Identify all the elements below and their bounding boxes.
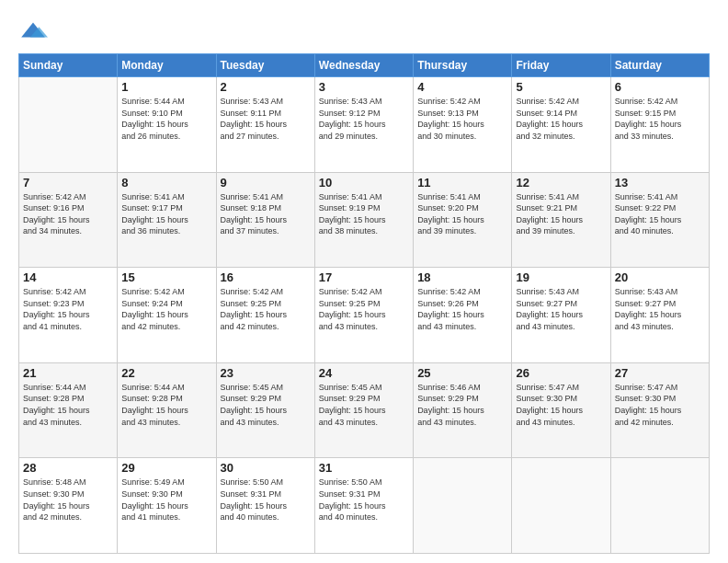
day-number: 8 — [121, 176, 211, 190]
calendar-day-cell: 26Sunrise: 5:47 AM Sunset: 9:30 PM Dayli… — [512, 362, 610, 458]
calendar-day-cell: 4Sunrise: 5:42 AM Sunset: 9:13 PM Daylig… — [414, 77, 512, 173]
calendar-day-cell: 14Sunrise: 5:42 AM Sunset: 9:23 PM Dayli… — [19, 268, 118, 363]
day-info: Sunrise: 5:42 AM Sunset: 9:16 PM Dayligh… — [23, 191, 113, 237]
calendar-body: 1Sunrise: 5:44 AM Sunset: 9:10 PM Daylig… — [19, 77, 710, 554]
weekday-header-thursday: Thursday — [414, 54, 512, 77]
calendar-day-cell: 6Sunrise: 5:42 AM Sunset: 9:15 PM Daylig… — [610, 77, 709, 173]
day-number: 1 — [121, 80, 211, 94]
calendar-day-cell: 31Sunrise: 5:50 AM Sunset: 9:31 PM Dayli… — [314, 458, 413, 554]
day-number: 20 — [615, 270, 705, 284]
calendar-day-cell — [610, 458, 709, 554]
day-number: 29 — [121, 461, 211, 475]
weekday-header-friday: Friday — [512, 54, 610, 77]
calendar-day-cell: 22Sunrise: 5:44 AM Sunset: 9:28 PM Dayli… — [118, 362, 216, 458]
weekday-header-row: SundayMondayTuesdayWednesdayThursdayFrid… — [19, 54, 710, 77]
day-number: 15 — [121, 270, 211, 284]
calendar-day-cell: 17Sunrise: 5:42 AM Sunset: 9:25 PM Dayli… — [314, 268, 413, 363]
calendar-week-row: 28Sunrise: 5:48 AM Sunset: 9:30 PM Dayli… — [19, 458, 710, 554]
day-number: 31 — [319, 461, 409, 475]
day-info: Sunrise: 5:41 AM Sunset: 9:17 PM Dayligh… — [121, 191, 211, 237]
day-number: 4 — [417, 80, 507, 94]
calendar-table: SundayMondayTuesdayWednesdayThursdayFrid… — [18, 53, 710, 554]
day-number: 17 — [319, 270, 409, 284]
day-info: Sunrise: 5:43 AM Sunset: 9:27 PM Dayligh… — [516, 286, 606, 332]
calendar-day-cell: 15Sunrise: 5:42 AM Sunset: 9:24 PM Dayli… — [118, 268, 216, 363]
calendar-week-row: 21Sunrise: 5:44 AM Sunset: 9:28 PM Dayli… — [19, 362, 710, 458]
day-number: 25 — [417, 366, 507, 380]
day-number: 11 — [417, 176, 507, 190]
day-number: 21 — [23, 366, 113, 380]
calendar-header: SundayMondayTuesdayWednesdayThursdayFrid… — [19, 54, 710, 77]
logo — [18, 17, 51, 46]
day-info: Sunrise: 5:42 AM Sunset: 9:25 PM Dayligh… — [221, 286, 311, 332]
calendar-day-cell — [19, 77, 118, 173]
day-info: Sunrise: 5:42 AM Sunset: 9:14 PM Dayligh… — [516, 96, 606, 142]
calendar-day-cell: 9Sunrise: 5:41 AM Sunset: 9:18 PM Daylig… — [216, 172, 314, 268]
day-info: Sunrise: 5:48 AM Sunset: 9:30 PM Dayligh… — [23, 477, 113, 523]
calendar-day-cell: 3Sunrise: 5:43 AM Sunset: 9:12 PM Daylig… — [314, 77, 413, 173]
day-info: Sunrise: 5:50 AM Sunset: 9:31 PM Dayligh… — [319, 477, 409, 523]
day-number: 22 — [121, 366, 211, 380]
calendar-week-row: 7Sunrise: 5:42 AM Sunset: 9:16 PM Daylig… — [19, 172, 710, 268]
calendar-day-cell: 18Sunrise: 5:42 AM Sunset: 9:26 PM Dayli… — [414, 268, 512, 363]
calendar-day-cell: 16Sunrise: 5:42 AM Sunset: 9:25 PM Dayli… — [216, 268, 314, 363]
day-info: Sunrise: 5:42 AM Sunset: 9:23 PM Dayligh… — [23, 286, 113, 332]
day-info: Sunrise: 5:42 AM Sunset: 9:25 PM Dayligh… — [319, 286, 409, 332]
day-info: Sunrise: 5:41 AM Sunset: 9:19 PM Dayligh… — [319, 191, 409, 237]
calendar-day-cell: 19Sunrise: 5:43 AM Sunset: 9:27 PM Dayli… — [512, 268, 610, 363]
day-number: 24 — [319, 366, 409, 380]
calendar-day-cell: 28Sunrise: 5:48 AM Sunset: 9:30 PM Dayli… — [19, 458, 118, 554]
day-info: Sunrise: 5:50 AM Sunset: 9:31 PM Dayligh… — [221, 477, 311, 523]
day-info: Sunrise: 5:49 AM Sunset: 9:30 PM Dayligh… — [121, 477, 211, 523]
day-info: Sunrise: 5:43 AM Sunset: 9:11 PM Dayligh… — [221, 96, 311, 142]
day-number: 30 — [221, 461, 311, 475]
day-info: Sunrise: 5:44 AM Sunset: 9:10 PM Dayligh… — [121, 96, 211, 142]
calendar-day-cell: 12Sunrise: 5:41 AM Sunset: 9:21 PM Dayli… — [512, 172, 610, 268]
day-number: 10 — [319, 176, 409, 190]
day-info: Sunrise: 5:44 AM Sunset: 9:28 PM Dayligh… — [121, 382, 211, 428]
calendar-day-cell: 29Sunrise: 5:49 AM Sunset: 9:30 PM Dayli… — [118, 458, 216, 554]
calendar-day-cell — [414, 458, 512, 554]
calendar-day-cell: 1Sunrise: 5:44 AM Sunset: 9:10 PM Daylig… — [118, 77, 216, 173]
day-info: Sunrise: 5:45 AM Sunset: 9:29 PM Dayligh… — [319, 382, 409, 428]
day-number: 23 — [221, 366, 311, 380]
day-number: 3 — [319, 80, 409, 94]
calendar-day-cell: 23Sunrise: 5:45 AM Sunset: 9:29 PM Dayli… — [216, 362, 314, 458]
weekday-header-tuesday: Tuesday — [216, 54, 314, 77]
day-info: Sunrise: 5:42 AM Sunset: 9:26 PM Dayligh… — [417, 286, 507, 332]
calendar-day-cell: 25Sunrise: 5:46 AM Sunset: 9:29 PM Dayli… — [414, 362, 512, 458]
day-info: Sunrise: 5:41 AM Sunset: 9:18 PM Dayligh… — [221, 191, 311, 237]
calendar-day-cell: 27Sunrise: 5:47 AM Sunset: 9:30 PM Dayli… — [610, 362, 709, 458]
day-info: Sunrise: 5:41 AM Sunset: 9:20 PM Dayligh… — [417, 191, 507, 237]
day-info: Sunrise: 5:43 AM Sunset: 9:27 PM Dayligh… — [615, 286, 705, 332]
calendar-day-cell: 30Sunrise: 5:50 AM Sunset: 9:31 PM Dayli… — [216, 458, 314, 554]
calendar-day-cell: 21Sunrise: 5:44 AM Sunset: 9:28 PM Dayli… — [19, 362, 118, 458]
day-number: 18 — [417, 270, 507, 284]
calendar-day-cell — [512, 458, 610, 554]
day-info: Sunrise: 5:41 AM Sunset: 9:21 PM Dayligh… — [516, 191, 606, 237]
day-number: 5 — [516, 80, 606, 94]
day-number: 2 — [221, 80, 311, 94]
calendar-day-cell: 7Sunrise: 5:42 AM Sunset: 9:16 PM Daylig… — [19, 172, 118, 268]
day-number: 19 — [516, 270, 606, 284]
day-info: Sunrise: 5:42 AM Sunset: 9:13 PM Dayligh… — [417, 96, 507, 142]
calendar-week-row: 14Sunrise: 5:42 AM Sunset: 9:23 PM Dayli… — [19, 268, 710, 363]
calendar-day-cell: 10Sunrise: 5:41 AM Sunset: 9:19 PM Dayli… — [314, 172, 413, 268]
weekday-header-wednesday: Wednesday — [314, 54, 413, 77]
day-number: 14 — [23, 270, 113, 284]
calendar-day-cell: 20Sunrise: 5:43 AM Sunset: 9:27 PM Dayli… — [610, 268, 709, 363]
day-info: Sunrise: 5:45 AM Sunset: 9:29 PM Dayligh… — [221, 382, 311, 428]
calendar-day-cell: 5Sunrise: 5:42 AM Sunset: 9:14 PM Daylig… — [512, 77, 610, 173]
day-info: Sunrise: 5:47 AM Sunset: 9:30 PM Dayligh… — [615, 382, 705, 428]
day-number: 13 — [615, 176, 705, 190]
day-number: 7 — [23, 176, 113, 190]
weekday-header-monday: Monday — [118, 54, 216, 77]
page: SundayMondayTuesdayWednesdayThursdayFrid… — [0, 0, 728, 563]
day-number: 6 — [615, 80, 705, 94]
calendar-day-cell: 8Sunrise: 5:41 AM Sunset: 9:17 PM Daylig… — [118, 172, 216, 268]
calendar-day-cell: 2Sunrise: 5:43 AM Sunset: 9:11 PM Daylig… — [216, 77, 314, 173]
header — [18, 17, 710, 46]
calendar-day-cell: 11Sunrise: 5:41 AM Sunset: 9:20 PM Dayli… — [414, 172, 512, 268]
day-info: Sunrise: 5:41 AM Sunset: 9:22 PM Dayligh… — [615, 191, 705, 237]
day-info: Sunrise: 5:43 AM Sunset: 9:12 PM Dayligh… — [319, 96, 409, 142]
